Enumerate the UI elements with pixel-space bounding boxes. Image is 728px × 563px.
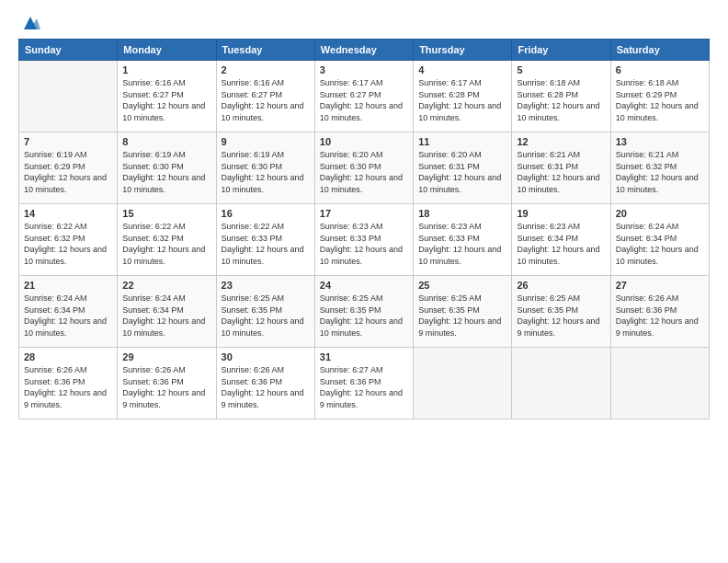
day-cell: 1Sunrise: 6:16 AMSunset: 6:27 PMDaylight…	[118, 61, 216, 132]
day-number: 6	[616, 64, 704, 75]
day-number: 9	[222, 136, 310, 147]
day-cell: 23Sunrise: 6:25 AMSunset: 6:35 PMDayligh…	[216, 276, 314, 348]
day-info: Sunrise: 6:26 AMSunset: 6:36 PMDaylight:…	[24, 364, 112, 410]
day-cell: 14Sunrise: 6:22 AMSunset: 6:32 PMDayligh…	[19, 204, 118, 276]
day-cell: 12Sunrise: 6:21 AMSunset: 6:31 PMDayligh…	[512, 132, 610, 204]
day-info: Sunrise: 6:25 AMSunset: 6:35 PMDaylight:…	[418, 293, 506, 339]
day-cell: 10Sunrise: 6:20 AMSunset: 6:30 PMDayligh…	[314, 132, 413, 204]
day-cell: 11Sunrise: 6:20 AMSunset: 6:31 PMDayligh…	[414, 132, 512, 204]
day-number: 19	[517, 208, 605, 219]
day-info: Sunrise: 6:25 AMSunset: 6:35 PMDaylight:…	[222, 293, 310, 339]
header-wednesday: Wednesday	[314, 40, 413, 61]
header	[18, 15, 710, 29]
day-info: Sunrise: 6:24 AMSunset: 6:34 PMDaylight:…	[24, 293, 112, 339]
day-number: 12	[517, 136, 605, 147]
day-cell: 15Sunrise: 6:22 AMSunset: 6:32 PMDayligh…	[118, 204, 216, 276]
day-info: Sunrise: 6:27 AMSunset: 6:36 PMDaylight:…	[320, 364, 408, 410]
day-cell: 20Sunrise: 6:24 AMSunset: 6:34 PMDayligh…	[610, 204, 709, 276]
header-saturday: Saturday	[610, 40, 709, 61]
day-cell	[512, 348, 610, 419]
day-cell: 9Sunrise: 6:19 AMSunset: 6:30 PMDaylight…	[216, 132, 314, 204]
day-number: 16	[222, 208, 310, 219]
day-number: 13	[616, 136, 704, 147]
day-info: Sunrise: 6:26 AMSunset: 6:36 PMDaylight:…	[122, 364, 210, 410]
day-number: 25	[418, 280, 506, 291]
day-number: 15	[122, 208, 210, 219]
day-info: Sunrise: 6:24 AMSunset: 6:34 PMDaylight:…	[616, 221, 704, 267]
day-cell: 17Sunrise: 6:23 AMSunset: 6:33 PMDayligh…	[314, 204, 413, 276]
day-info: Sunrise: 6:25 AMSunset: 6:35 PMDaylight:…	[517, 293, 605, 339]
week-row-1: 7Sunrise: 6:19 AMSunset: 6:29 PMDaylight…	[19, 132, 710, 204]
day-info: Sunrise: 6:16 AMSunset: 6:27 PMDaylight:…	[122, 77, 210, 123]
day-info: Sunrise: 6:23 AMSunset: 6:33 PMDaylight:…	[320, 221, 408, 267]
day-number: 17	[320, 208, 408, 219]
day-info: Sunrise: 6:20 AMSunset: 6:31 PMDaylight:…	[418, 149, 506, 195]
week-row-0: 1Sunrise: 6:16 AMSunset: 6:27 PMDaylight…	[19, 61, 710, 132]
day-cell	[414, 348, 512, 419]
day-number: 29	[122, 351, 210, 362]
day-number: 14	[24, 208, 112, 219]
day-number: 30	[222, 351, 310, 362]
day-info: Sunrise: 6:26 AMSunset: 6:36 PMDaylight:…	[616, 293, 704, 339]
header-monday: Monday	[118, 40, 216, 61]
day-cell	[610, 348, 709, 419]
day-info: Sunrise: 6:21 AMSunset: 6:31 PMDaylight:…	[517, 149, 605, 195]
day-number: 21	[24, 280, 112, 291]
page: SundayMondayTuesdayWednesdayThursdayFrid…	[0, 0, 728, 563]
header-friday: Friday	[512, 40, 610, 61]
header-thursday: Thursday	[414, 40, 512, 61]
day-cell: 7Sunrise: 6:19 AMSunset: 6:29 PMDaylight…	[19, 132, 118, 204]
day-cell: 22Sunrise: 6:24 AMSunset: 6:34 PMDayligh…	[118, 276, 216, 348]
day-cell: 21Sunrise: 6:24 AMSunset: 6:34 PMDayligh…	[19, 276, 118, 348]
day-cell: 19Sunrise: 6:23 AMSunset: 6:34 PMDayligh…	[512, 204, 610, 276]
day-cell: 27Sunrise: 6:26 AMSunset: 6:36 PMDayligh…	[610, 276, 709, 348]
day-info: Sunrise: 6:17 AMSunset: 6:28 PMDaylight:…	[418, 77, 506, 123]
day-info: Sunrise: 6:22 AMSunset: 6:32 PMDaylight:…	[24, 221, 112, 267]
day-info: Sunrise: 6:25 AMSunset: 6:35 PMDaylight:…	[320, 293, 408, 339]
day-info: Sunrise: 6:18 AMSunset: 6:28 PMDaylight:…	[517, 77, 605, 123]
day-info: Sunrise: 6:22 AMSunset: 6:32 PMDaylight:…	[122, 221, 210, 267]
day-cell: 8Sunrise: 6:19 AMSunset: 6:30 PMDaylight…	[118, 132, 216, 204]
day-info: Sunrise: 6:19 AMSunset: 6:29 PMDaylight:…	[24, 149, 112, 195]
day-info: Sunrise: 6:24 AMSunset: 6:34 PMDaylight:…	[122, 293, 210, 339]
day-cell: 2Sunrise: 6:16 AMSunset: 6:27 PMDaylight…	[216, 61, 314, 132]
day-number: 22	[122, 280, 210, 291]
week-row-2: 14Sunrise: 6:22 AMSunset: 6:32 PMDayligh…	[19, 204, 710, 276]
day-info: Sunrise: 6:21 AMSunset: 6:32 PMDaylight:…	[616, 149, 704, 195]
logo	[18, 15, 40, 29]
calendar-table: SundayMondayTuesdayWednesdayThursdayFrid…	[18, 39, 710, 419]
day-cell: 16Sunrise: 6:22 AMSunset: 6:33 PMDayligh…	[216, 204, 314, 276]
day-number: 3	[320, 64, 408, 75]
day-cell: 13Sunrise: 6:21 AMSunset: 6:32 PMDayligh…	[610, 132, 709, 204]
day-number: 28	[24, 351, 112, 362]
day-number: 5	[517, 64, 605, 75]
day-number: 7	[24, 136, 112, 147]
week-row-3: 21Sunrise: 6:24 AMSunset: 6:34 PMDayligh…	[19, 276, 710, 348]
day-number: 11	[418, 136, 506, 147]
week-row-4: 28Sunrise: 6:26 AMSunset: 6:36 PMDayligh…	[19, 348, 710, 419]
day-cell: 6Sunrise: 6:18 AMSunset: 6:29 PMDaylight…	[610, 61, 709, 132]
day-number: 1	[122, 64, 210, 75]
day-info: Sunrise: 6:17 AMSunset: 6:27 PMDaylight:…	[320, 77, 408, 123]
day-info: Sunrise: 6:23 AMSunset: 6:34 PMDaylight:…	[517, 221, 605, 267]
day-info: Sunrise: 6:19 AMSunset: 6:30 PMDaylight:…	[222, 149, 310, 195]
day-cell: 3Sunrise: 6:17 AMSunset: 6:27 PMDaylight…	[314, 61, 413, 132]
day-number: 2	[222, 64, 310, 75]
day-info: Sunrise: 6:18 AMSunset: 6:29 PMDaylight:…	[616, 77, 704, 123]
day-info: Sunrise: 6:22 AMSunset: 6:33 PMDaylight:…	[222, 221, 310, 267]
day-cell: 29Sunrise: 6:26 AMSunset: 6:36 PMDayligh…	[118, 348, 216, 419]
header-row: SundayMondayTuesdayWednesdayThursdayFrid…	[19, 40, 710, 61]
header-sunday: Sunday	[19, 40, 118, 61]
day-cell: 18Sunrise: 6:23 AMSunset: 6:33 PMDayligh…	[414, 204, 512, 276]
day-number: 4	[418, 64, 506, 75]
day-cell: 28Sunrise: 6:26 AMSunset: 6:36 PMDayligh…	[19, 348, 118, 419]
day-number: 20	[616, 208, 704, 219]
day-number: 24	[320, 280, 408, 291]
header-tuesday: Tuesday	[216, 40, 314, 61]
day-cell: 31Sunrise: 6:27 AMSunset: 6:36 PMDayligh…	[314, 348, 413, 419]
day-cell: 4Sunrise: 6:17 AMSunset: 6:28 PMDaylight…	[414, 61, 512, 132]
day-info: Sunrise: 6:19 AMSunset: 6:30 PMDaylight:…	[122, 149, 210, 195]
day-number: 23	[222, 280, 310, 291]
day-number: 18	[418, 208, 506, 219]
day-cell: 30Sunrise: 6:26 AMSunset: 6:36 PMDayligh…	[216, 348, 314, 419]
